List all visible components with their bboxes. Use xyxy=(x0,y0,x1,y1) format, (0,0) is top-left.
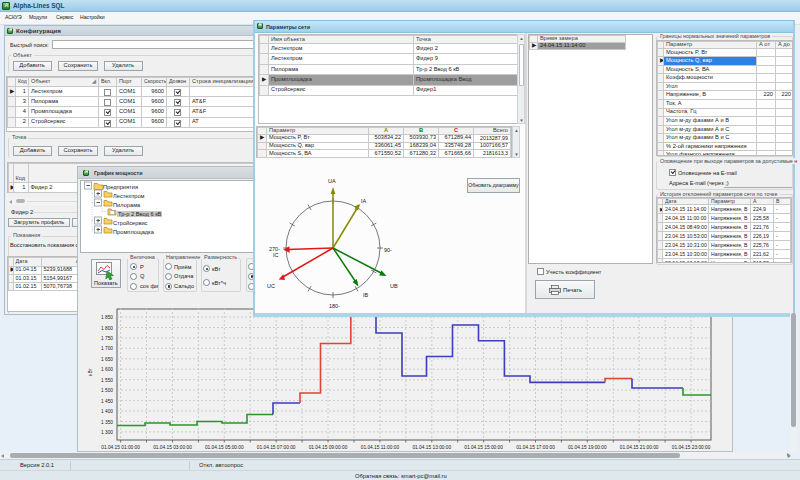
svg-text:IB: IB xyxy=(363,292,369,298)
svg-text:1 700: 1 700 xyxy=(101,346,113,351)
svg-text:1 750: 1 750 xyxy=(101,336,113,341)
svg-text:1 550: 1 550 xyxy=(101,378,113,383)
svg-text:IC: IC xyxy=(273,252,279,258)
svg-text:IA: IA xyxy=(361,198,367,204)
svg-text:01.04.15 21:00:00: 01.04.15 21:00:00 xyxy=(620,445,659,450)
svg-text:180-: 180- xyxy=(329,303,340,309)
svg-text:01.04.15 07:00:00: 01.04.15 07:00:00 xyxy=(257,445,296,450)
svg-text:1 350: 1 350 xyxy=(101,420,113,425)
svg-text:1 650: 1 650 xyxy=(101,357,113,362)
svg-text:01.04.15 17:00:00: 01.04.15 17:00:00 xyxy=(516,445,555,450)
svg-text:01.04.15 03:00:00: 01.04.15 03:00:00 xyxy=(153,445,192,450)
svg-text:1 300: 1 300 xyxy=(101,430,113,435)
svg-text:кВт: кВт xyxy=(88,368,93,376)
svg-text:1 800: 1 800 xyxy=(101,326,113,331)
svg-text:1 450: 1 450 xyxy=(101,399,113,404)
svg-text:1 850: 1 850 xyxy=(101,315,113,320)
svg-text:01.04.15 19:00:00: 01.04.15 19:00:00 xyxy=(568,445,607,450)
svg-text:1 500: 1 500 xyxy=(101,388,113,393)
svg-text:UC: UC xyxy=(267,283,275,289)
svg-text:01.04.15 05:00:00: 01.04.15 05:00:00 xyxy=(205,445,244,450)
svg-text:01.04.15 09:00:00: 01.04.15 09:00:00 xyxy=(309,445,348,450)
svg-text:UA: UA xyxy=(328,178,336,184)
svg-text:1 600: 1 600 xyxy=(101,367,113,372)
svg-text:01.04.15 01:00:00: 01.04.15 01:00:00 xyxy=(101,445,140,450)
svg-text:01.04.15 23:00:00: 01.04.15 23:00:00 xyxy=(672,445,711,450)
svg-text:1 400: 1 400 xyxy=(101,409,113,414)
svg-text:01.04.15 11:00:00: 01.04.15 11:00:00 xyxy=(361,445,400,450)
svg-text:01.04.15 13:00:00: 01.04.15 13:00:00 xyxy=(412,445,451,450)
svg-text:01.04.15 15:00:00: 01.04.15 15:00:00 xyxy=(464,445,503,450)
svg-text:90-: 90- xyxy=(384,247,392,253)
svg-text:UB: UB xyxy=(390,283,398,289)
